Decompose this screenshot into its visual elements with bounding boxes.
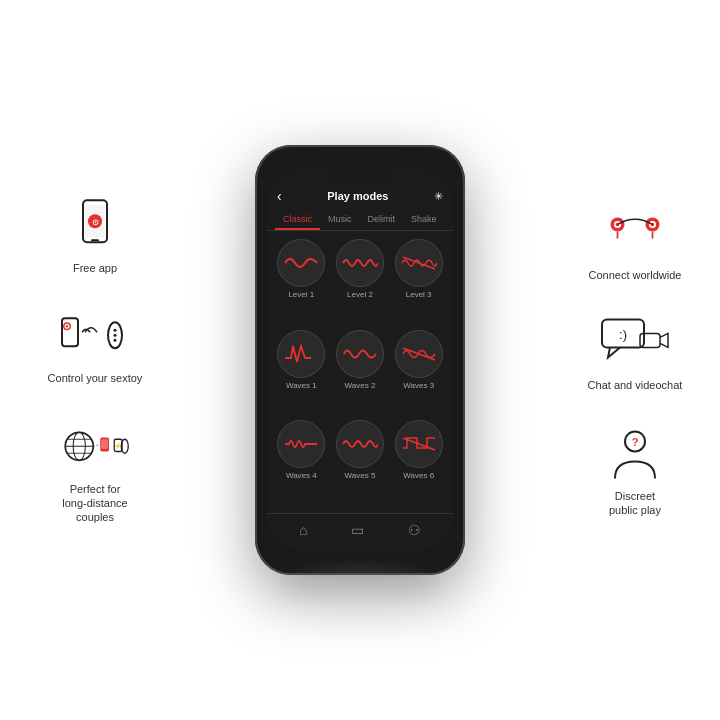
phone-reflection — [280, 565, 440, 605]
connect-label: Connect worldwide — [589, 268, 682, 282]
chat-label: Chat and videochat — [588, 379, 683, 393]
mode-level1[interactable]: Level 1 — [275, 239, 328, 324]
svg-point-8 — [66, 325, 68, 327]
level1-label: Level 1 — [288, 290, 314, 299]
mode-waves5[interactable]: Waves 5 — [334, 420, 387, 505]
screen-title: Play modes — [282, 190, 434, 202]
svg-point-13 — [113, 339, 116, 342]
chat-icon[interactable]: ▭ — [351, 522, 364, 538]
waves3-label: Waves 3 — [403, 381, 434, 390]
profile-icon[interactable]: ⚇ — [408, 522, 421, 538]
discreet-icon: ? — [600, 423, 670, 483]
free-app-label: Free app — [73, 261, 117, 275]
discreet-label: Discreet public play — [609, 489, 661, 518]
feature-distance: ⚡ Perfect for long-distance couples — [60, 416, 130, 525]
bluetooth-icon: ✳ — [434, 190, 443, 203]
waves2-circle — [336, 330, 384, 378]
right-features: Connect worldwide :) Chat and videochat — [570, 202, 700, 517]
waves6-label: Waves 6 — [403, 471, 434, 480]
waves1-label: Waves 1 — [286, 381, 317, 390]
waves6-circle — [395, 420, 443, 468]
level3-circle — [395, 239, 443, 287]
tabs-bar: Classic Music Delimit Shake — [267, 210, 453, 231]
mode-waves6[interactable]: Waves 6 — [392, 420, 445, 505]
screen-footer: ⌂ ▭ ⚇ — [267, 513, 453, 550]
tab-music[interactable]: Music — [320, 210, 360, 230]
free-app-icon: ⊙ — [60, 195, 130, 255]
waves2-label: Waves 2 — [345, 381, 376, 390]
distance-icon: ⚡ — [60, 416, 130, 476]
waves1-circle — [277, 330, 325, 378]
waves4-circle — [277, 420, 325, 468]
waves3-circle — [395, 330, 443, 378]
tab-classic[interactable]: Classic — [275, 210, 320, 230]
feature-free-app: ⊙ Free app — [60, 195, 130, 275]
phone-screen: ‹ Play modes ✳ Classic Music Delimit Sha… — [267, 170, 453, 550]
tab-delimit[interactable]: Delimit — [360, 210, 404, 230]
mode-waves3[interactable]: Waves 3 — [392, 330, 445, 415]
svg-line-26 — [403, 348, 435, 360]
svg-text:?: ? — [632, 436, 639, 448]
connect-icon — [600, 202, 670, 262]
distance-label: Perfect for long-distance couples — [62, 482, 127, 525]
svg-text::): :) — [619, 327, 627, 342]
level1-circle — [277, 239, 325, 287]
mode-level2[interactable]: Level 2 — [334, 239, 387, 324]
svg-point-11 — [113, 329, 116, 332]
level2-circle — [336, 239, 384, 287]
feature-discreet: ? Discreet public play — [600, 423, 670, 518]
mode-waves4[interactable]: Waves 4 — [275, 420, 328, 505]
svg-line-24 — [93, 444, 100, 446]
mode-waves1[interactable]: Waves 1 — [275, 330, 328, 415]
control-icon — [60, 306, 130, 366]
phone-notch — [330, 170, 390, 184]
phone-device: ‹ Play modes ✳ Classic Music Delimit Sha… — [255, 145, 465, 575]
level2-label: Level 2 — [347, 290, 373, 299]
waves5-circle — [336, 420, 384, 468]
home-icon[interactable]: ⌂ — [299, 522, 307, 538]
waves5-label: Waves 5 — [345, 471, 376, 480]
feature-chat: :) Chat and videochat — [588, 313, 683, 393]
mode-level3[interactable]: Level 3 — [392, 239, 445, 324]
feature-control: Control your sextoy — [48, 306, 143, 386]
control-label: Control your sextoy — [48, 372, 143, 386]
svg-text:⊙: ⊙ — [92, 218, 99, 227]
chat-feature-icon: :) — [600, 313, 670, 373]
main-container: ⊙ Free app — [0, 0, 720, 720]
modes-grid: Level 1 Level 2 — [267, 231, 453, 513]
app-screen: ‹ Play modes ✳ Classic Music Delimit Sha… — [267, 170, 453, 550]
svg-rect-20 — [101, 439, 108, 449]
svg-point-12 — [113, 334, 116, 337]
mode-waves2[interactable]: Waves 2 — [334, 330, 387, 415]
waves4-label: Waves 4 — [286, 471, 317, 480]
level3-label: Level 3 — [406, 290, 432, 299]
feature-connect: Connect worldwide — [589, 202, 682, 282]
svg-rect-5 — [62, 319, 78, 347]
svg-rect-4 — [91, 239, 99, 241]
left-features: ⊙ Free app — [30, 195, 160, 524]
tab-shake[interactable]: Shake — [403, 210, 445, 230]
